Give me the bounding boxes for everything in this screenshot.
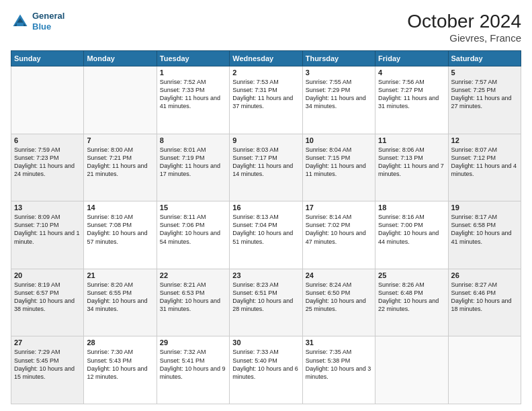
calendar-cell: 2Sunrise: 7:53 AMSunset: 7:31 PMDaylight… (230, 66, 302, 134)
cell-content: Sunrise: 8:11 AMSunset: 7:06 PMDaylight:… (160, 213, 226, 246)
cell-content: Sunrise: 7:57 AMSunset: 7:25 PMDaylight:… (451, 78, 518, 111)
cell-content: Sunrise: 8:17 AMSunset: 6:58 PMDaylight:… (451, 213, 518, 246)
col-tuesday: Tuesday (157, 51, 229, 66)
day-number: 14 (87, 203, 153, 212)
calendar-cell: 7Sunrise: 8:00 AMSunset: 7:21 PMDaylight… (84, 134, 157, 201)
day-number: 10 (306, 136, 372, 144)
calendar-cell: 11Sunrise: 8:06 AMSunset: 7:13 PMDayligh… (375, 134, 448, 201)
cell-content: Sunrise: 8:06 AMSunset: 7:13 PMDaylight:… (378, 146, 445, 179)
cell-content: Sunrise: 8:13 AMSunset: 7:04 PMDaylight:… (232, 213, 299, 246)
calendar-week-1: 6Sunrise: 7:59 AMSunset: 7:23 PMDaylight… (11, 134, 521, 201)
calendar-cell: 3Sunrise: 7:55 AMSunset: 7:29 PMDaylight… (302, 66, 375, 134)
cell-content: Sunrise: 8:26 AMSunset: 6:48 PMDaylight:… (378, 281, 445, 314)
calendar-week-2: 13Sunrise: 8:09 AMSunset: 7:10 PMDayligh… (11, 201, 521, 269)
day-number: 8 (160, 136, 226, 144)
calendar-cell: 22Sunrise: 8:21 AMSunset: 6:53 PMDayligh… (157, 269, 229, 336)
cell-content: Sunrise: 7:55 AMSunset: 7:29 PMDaylight:… (306, 78, 372, 111)
cell-content: Sunrise: 8:10 AMSunset: 7:08 PMDaylight:… (87, 213, 153, 246)
cell-content: Sunrise: 8:14 AMSunset: 7:02 PMDaylight:… (306, 213, 372, 246)
calendar-cell: 24Sunrise: 8:24 AMSunset: 6:50 PMDayligh… (302, 269, 375, 336)
calendar-cell: 27Sunrise: 7:29 AMSunset: 5:45 PMDayligh… (11, 336, 84, 404)
calendar-week-4: 27Sunrise: 7:29 AMSunset: 5:45 PMDayligh… (11, 336, 521, 404)
calendar-cell (84, 66, 157, 134)
calendar-title: October 2024 (407, 11, 521, 32)
calendar-cell: 20Sunrise: 8:19 AMSunset: 6:57 PMDayligh… (11, 269, 84, 336)
calendar-cell: 4Sunrise: 7:56 AMSunset: 7:27 PMDaylight… (375, 66, 448, 134)
day-number: 24 (306, 271, 372, 279)
cell-content: Sunrise: 7:59 AMSunset: 7:23 PMDaylight:… (14, 146, 81, 179)
logo-line1: General (32, 11, 64, 21)
day-number: 23 (232, 271, 299, 279)
day-number: 20 (14, 271, 81, 279)
cell-content: Sunrise: 7:30 AMSunset: 5:43 PMDaylight:… (87, 348, 153, 381)
calendar-cell: 21Sunrise: 8:20 AMSunset: 6:55 PMDayligh… (84, 269, 157, 336)
day-number: 16 (232, 203, 299, 212)
col-friday: Friday (375, 51, 448, 66)
calendar-cell: 23Sunrise: 8:23 AMSunset: 6:51 PMDayligh… (230, 269, 302, 336)
calendar-subtitle: Gievres, France (407, 32, 521, 44)
cell-content: Sunrise: 8:19 AMSunset: 6:57 PMDaylight:… (14, 281, 81, 314)
cell-content: Sunrise: 8:09 AMSunset: 7:10 PMDaylight:… (14, 213, 81, 246)
day-number: 31 (306, 338, 372, 347)
col-monday: Monday (84, 51, 157, 66)
calendar-cell: 30Sunrise: 7:33 AMSunset: 5:40 PMDayligh… (230, 336, 302, 404)
calendar-cell: 29Sunrise: 7:32 AMSunset: 5:41 PMDayligh… (157, 336, 229, 404)
day-number: 6 (14, 136, 81, 144)
logo-text: General Blue (32, 11, 64, 32)
logo-line2: Blue (32, 21, 51, 32)
calendar-cell (448, 336, 521, 404)
cell-content: Sunrise: 7:35 AMSunset: 5:38 PMDaylight:… (306, 348, 372, 381)
day-number: 19 (451, 203, 518, 212)
page: General Blue October 2024 Gievres, Franc… (0, 0, 532, 411)
cell-content: Sunrise: 8:03 AMSunset: 7:17 PMDaylight:… (232, 146, 299, 179)
calendar-cell: 18Sunrise: 8:16 AMSunset: 7:00 PMDayligh… (375, 201, 448, 269)
day-number: 3 (306, 68, 372, 77)
cell-content: Sunrise: 8:24 AMSunset: 6:50 PMDaylight:… (306, 281, 372, 314)
calendar-cell: 16Sunrise: 8:13 AMSunset: 7:04 PMDayligh… (230, 201, 302, 269)
cell-content: Sunrise: 8:20 AMSunset: 6:55 PMDaylight:… (87, 281, 153, 314)
calendar-cell: 8Sunrise: 8:01 AMSunset: 7:19 PMDaylight… (157, 134, 229, 201)
col-sunday: Sunday (11, 51, 84, 66)
cell-content: Sunrise: 8:01 AMSunset: 7:19 PMDaylight:… (160, 146, 226, 179)
calendar-cell: 10Sunrise: 8:04 AMSunset: 7:15 PMDayligh… (302, 134, 375, 201)
calendar-cell: 13Sunrise: 8:09 AMSunset: 7:10 PMDayligh… (11, 201, 84, 269)
day-number: 28 (87, 338, 153, 347)
day-number: 1 (160, 68, 226, 77)
day-number: 2 (232, 68, 299, 77)
day-number: 29 (160, 338, 226, 347)
day-number: 21 (87, 271, 153, 279)
cell-content: Sunrise: 8:21 AMSunset: 6:53 PMDaylight:… (160, 281, 226, 314)
title-block: October 2024 Gievres, France (407, 11, 521, 44)
day-number: 22 (160, 271, 226, 279)
svg-rect-2 (17, 22, 24, 26)
calendar-cell: 12Sunrise: 8:07 AMSunset: 7:12 PMDayligh… (448, 134, 521, 201)
calendar-header-row: Sunday Monday Tuesday Wednesday Thursday… (11, 51, 521, 66)
calendar-cell: 25Sunrise: 8:26 AMSunset: 6:48 PMDayligh… (375, 269, 448, 336)
cell-content: Sunrise: 8:23 AMSunset: 6:51 PMDaylight:… (232, 281, 299, 314)
cell-content: Sunrise: 7:56 AMSunset: 7:27 PMDaylight:… (378, 78, 445, 111)
day-number: 18 (378, 203, 445, 212)
day-number: 5 (451, 68, 518, 77)
cell-content: Sunrise: 8:27 AMSunset: 6:46 PMDaylight:… (451, 281, 518, 314)
cell-content: Sunrise: 8:07 AMSunset: 7:12 PMDaylight:… (451, 146, 518, 179)
logo-icon (11, 12, 30, 31)
logo: General Blue (11, 11, 64, 32)
col-saturday: Saturday (448, 51, 521, 66)
cell-content: Sunrise: 8:04 AMSunset: 7:15 PMDaylight:… (306, 146, 372, 179)
calendar-cell: 17Sunrise: 8:14 AMSunset: 7:02 PMDayligh… (302, 201, 375, 269)
calendar-cell: 6Sunrise: 7:59 AMSunset: 7:23 PMDaylight… (11, 134, 84, 201)
calendar-cell: 26Sunrise: 8:27 AMSunset: 6:46 PMDayligh… (448, 269, 521, 336)
cell-content: Sunrise: 7:32 AMSunset: 5:41 PMDaylight:… (160, 348, 226, 381)
day-number: 30 (232, 338, 299, 347)
day-number: 13 (14, 203, 81, 212)
calendar-cell: 1Sunrise: 7:52 AMSunset: 7:33 PMDaylight… (157, 66, 229, 134)
calendar-cell (375, 336, 448, 404)
day-number: 25 (378, 271, 445, 279)
day-number: 9 (232, 136, 299, 144)
calendar-week-3: 20Sunrise: 8:19 AMSunset: 6:57 PMDayligh… (11, 269, 521, 336)
col-thursday: Thursday (302, 51, 375, 66)
calendar-cell (11, 66, 84, 134)
cell-content: Sunrise: 7:29 AMSunset: 5:45 PMDaylight:… (14, 348, 81, 381)
day-number: 26 (451, 271, 518, 279)
cell-content: Sunrise: 7:33 AMSunset: 5:40 PMDaylight:… (232, 348, 299, 381)
